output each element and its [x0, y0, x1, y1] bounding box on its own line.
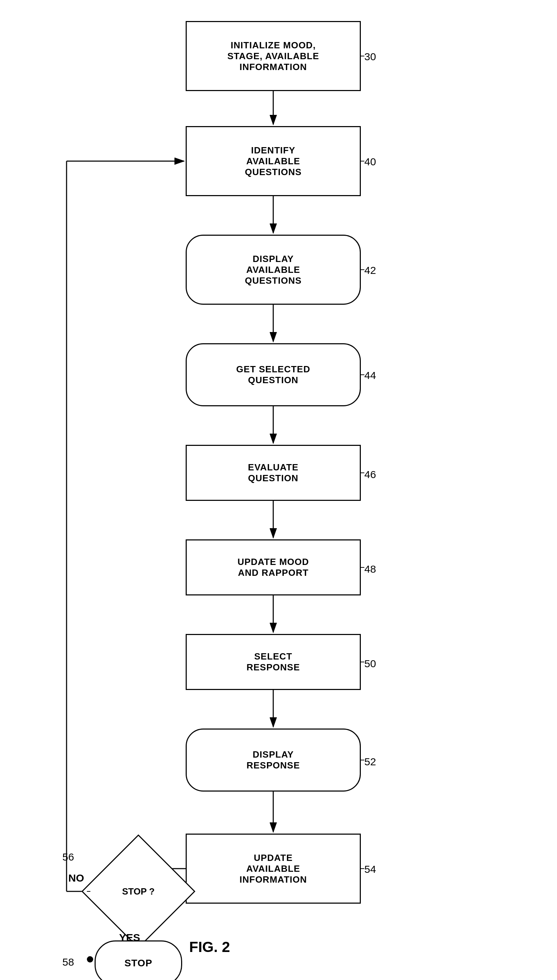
node-44-number: 44: [364, 369, 376, 382]
node-update-info: UPDATE AVAILABLE INFORMATION: [186, 834, 361, 904]
node-58-label: STOP: [124, 957, 152, 969]
node-58-number: 58: [62, 956, 74, 968]
node-40-label: IDENTIFY AVAILABLE QUESTIONS: [245, 145, 301, 177]
node-stop-label: FIG. 2 STOP ?: [90, 851, 187, 932]
node-stop-oval: STOP: [94, 940, 182, 980]
node-46-number: 46: [364, 469, 376, 481]
node-40-number: 40: [364, 156, 376, 168]
node-48-number: 48: [364, 563, 376, 575]
node-50-number: 50: [364, 658, 376, 670]
node-42-label: DISPLAY AVAILABLE QUESTIONS: [245, 254, 301, 286]
node-56-number: 56: [62, 851, 74, 863]
node-select-response: SELECT RESPONSE: [186, 634, 361, 690]
node-54-number: 54: [364, 863, 376, 875]
node-44-label: GET SELECTED QUESTION: [236, 364, 310, 386]
fig-label: FIG. 2: [189, 939, 230, 956]
node-52-number: 52: [364, 756, 376, 768]
node-evaluate: EVALUATE QUESTION: [186, 445, 361, 501]
no-label: NO: [68, 872, 84, 884]
node-52-label: DISPLAY RESPONSE: [247, 749, 300, 771]
diagram-container: INITIALIZE MOOD, STAGE, AVAILABLE INFORM…: [0, 0, 557, 980]
node-display-response: DISPLAY RESPONSE: [186, 728, 361, 791]
node-update-mood: UPDATE MOOD AND RAPPORT: [186, 540, 361, 595]
node-48-label: UPDATE MOOD AND RAPPORT: [238, 557, 309, 578]
node-initialize: INITIALIZE MOOD, STAGE, AVAILABLE INFORM…: [186, 21, 361, 91]
node-identify: IDENTIFY AVAILABLE QUESTIONS: [186, 126, 361, 196]
node-get-selected: GET SELECTED QUESTION: [186, 343, 361, 406]
node-50-label: SELECT RESPONSE: [247, 651, 300, 673]
node-42-number: 42: [364, 265, 376, 276]
node-display-avail: DISPLAY AVAILABLE QUESTIONS: [186, 235, 361, 305]
node-30-number: 30: [364, 51, 376, 63]
node-58-dot: [87, 956, 93, 962]
node-54-label: UPDATE AVAILABLE INFORMATION: [239, 853, 307, 885]
node-46-label: EVALUATE QUESTION: [248, 462, 298, 484]
node-30-label: INITIALIZE MOOD, STAGE, AVAILABLE INFORM…: [227, 40, 319, 73]
